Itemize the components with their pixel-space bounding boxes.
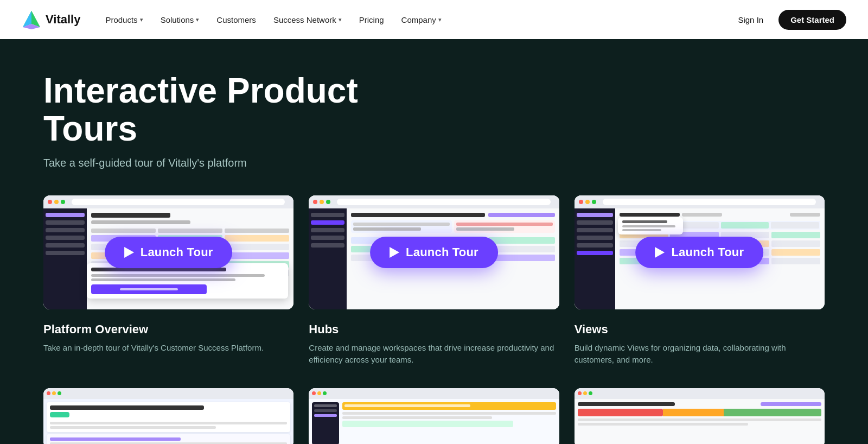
nav-item-solutions[interactable]: Solutions ▾ bbox=[153, 11, 207, 29]
nav-item-company[interactable]: Company ▾ bbox=[394, 11, 449, 29]
sign-in-button[interactable]: Sign In bbox=[731, 11, 770, 29]
nav-right: Sign In Get Started bbox=[731, 10, 846, 30]
tours-grid: Launch Tour Platform Overview Take an in… bbox=[43, 195, 825, 366]
tour-card-desc-1: Take an in-depth tour of Vitally's Custo… bbox=[43, 342, 293, 354]
tour-thumbnail-platform-overview[interactable]: Launch Tour bbox=[43, 195, 293, 309]
play-icon bbox=[390, 247, 399, 258]
launch-tour-button-2[interactable]: Launch Tour bbox=[370, 237, 498, 268]
nav-item-pricing[interactable]: Pricing bbox=[352, 11, 392, 29]
tour-thumbnail-views[interactable]: Launch Tour bbox=[575, 195, 825, 309]
tour-card-hubs: Launch Tour Hubs Create and manage works… bbox=[309, 195, 559, 366]
tour-thumbnail-hubs[interactable]: Launch Tour bbox=[309, 195, 559, 309]
get-started-button[interactable]: Get Started bbox=[778, 10, 846, 30]
logo-link[interactable]: Vitally bbox=[22, 10, 80, 29]
bottom-thumb-onboarding[interactable] bbox=[43, 388, 293, 444]
screenshot-sim-4 bbox=[43, 388, 293, 444]
chevron-down-icon: ▾ bbox=[140, 16, 143, 23]
launch-tour-button-3[interactable]: Launch Tour bbox=[635, 237, 763, 268]
main-content: Interactive Product Tours Take a self-gu… bbox=[0, 39, 868, 444]
chevron-down-icon: ▾ bbox=[339, 16, 342, 23]
tour-card-desc-2: Create and manage workspaces that drive … bbox=[309, 342, 559, 366]
tour-card-views: Launch Tour Views Build dynamic Views fo… bbox=[575, 195, 825, 366]
logo-text: Vitally bbox=[46, 12, 80, 27]
play-icon bbox=[655, 247, 665, 258]
screenshot-sim-5 bbox=[309, 388, 559, 444]
nav-item-products[interactable]: Products ▾ bbox=[98, 11, 150, 29]
nav-links: Products ▾ Solutions ▾ Customers Success… bbox=[98, 11, 731, 29]
launch-tour-button-1[interactable]: Launch Tour bbox=[105, 237, 233, 268]
tour-card-desc-3: Build dynamic Views for organizing data,… bbox=[575, 342, 825, 366]
tour-card-title-2: Hubs bbox=[309, 322, 559, 337]
screenshot-sim-6 bbox=[575, 388, 825, 444]
nav-item-success-network[interactable]: Success Network ▾ bbox=[266, 11, 349, 29]
bottom-thumb-account-health[interactable] bbox=[575, 388, 825, 444]
tour-card-platform-overview: Launch Tour Platform Overview Take an in… bbox=[43, 195, 293, 366]
chevron-down-icon: ▾ bbox=[196, 16, 199, 23]
bottom-thumbnails bbox=[43, 388, 825, 444]
nav-item-customers[interactable]: Customers bbox=[209, 11, 264, 29]
tour-card-title-3: Views bbox=[575, 322, 825, 337]
navigation: Vitally Products ▾ Solutions ▾ Customers… bbox=[0, 0, 868, 39]
play-icon bbox=[124, 247, 134, 258]
vitally-logo-icon bbox=[22, 10, 41, 29]
hero-subtitle: Take a self-guided tour of Vitally's pla… bbox=[43, 157, 825, 169]
tour-card-title-1: Platform Overview bbox=[43, 322, 293, 337]
bottom-thumb-automation[interactable] bbox=[309, 388, 559, 444]
chevron-down-icon: ▾ bbox=[438, 16, 442, 23]
hero-title: Interactive Product Tours bbox=[43, 72, 423, 148]
